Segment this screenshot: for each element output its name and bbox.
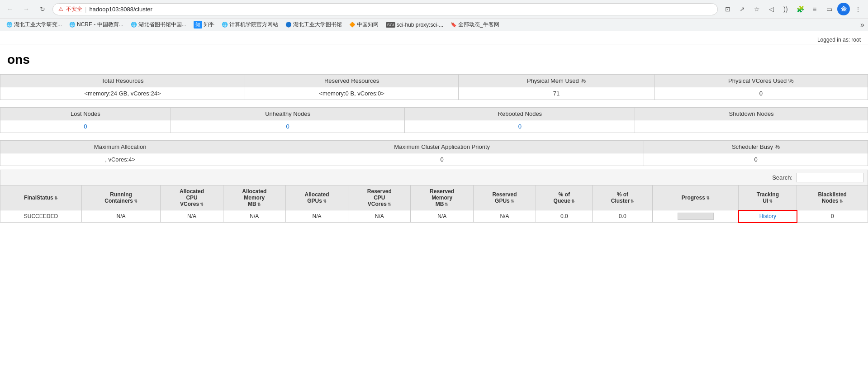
bookmark-1[interactable]: 🌐 湖北工业大学研究... (4, 20, 65, 29)
col-max-cluster-priority: Maximum Cluster Application Priority (240, 141, 644, 153)
th-blacklisted-nodes[interactable]: BlacklistedNodes⇅ (797, 185, 868, 210)
more-button[interactable]: ⋮ (852, 3, 864, 15)
translate-button[interactable]: ⊡ (721, 3, 734, 15)
th-allocated-cpu[interactable]: AllocatedCPUVCores⇅ (161, 185, 223, 210)
sort-arrow-12: ⇅ (769, 199, 773, 204)
sort-arrow-9: ⇅ (571, 199, 575, 204)
bookmark-6[interactable]: 🔵 湖北工业大学图书馆 (283, 20, 345, 29)
val-unhealthy-nodes[interactable]: 0 (171, 120, 405, 133)
bookmark-4-label: 知乎 (204, 21, 214, 29)
val-max-cluster-priority: 0 (240, 153, 644, 166)
bookmark-button[interactable]: ☆ (750, 3, 763, 15)
sort-arrow-13: ⇅ (840, 199, 843, 204)
sort-arrow-3: ⇅ (200, 202, 204, 207)
bookmark-1-label: 湖北工业大学研究... (14, 21, 62, 29)
th-allocated-gpus[interactable]: AllocatedGPUs⇅ (285, 185, 348, 210)
val-physical-mem: 71 (459, 87, 654, 100)
table-row: SUCCEEDED N/A N/A N/A N/A N/A N/A N/A 0.… (0, 210, 868, 223)
val-shutdown-nodes (635, 120, 868, 133)
bookmark-5-icon: 🌐 (222, 22, 228, 28)
reload-button[interactable]: ↻ (36, 3, 49, 15)
cluster-info-row1: Total Resources Reserved Resources Physi… (0, 74, 868, 100)
media-button[interactable]: )) (779, 3, 792, 15)
th-reserved-gpus[interactable]: ReservedGPUs⇅ (473, 185, 536, 210)
profile-button[interactable]: 金 (837, 3, 850, 15)
cell-allocated-gpus: N/A (285, 210, 348, 223)
bookmark-4[interactable]: 知 知乎 (191, 20, 217, 29)
cell-reserved-memory: N/A (411, 210, 473, 223)
col-unhealthy-nodes: Unhealthy Nodes (171, 108, 405, 120)
bookmark-2[interactable]: 🌐 NCRE - 中国教育... (66, 20, 126, 29)
bookmark-6-label: 湖北工业大学图书馆 (293, 21, 342, 29)
th-reserved-cpu[interactable]: ReservedCPUVCores⇅ (348, 185, 411, 210)
page-title: ons (0, 49, 868, 74)
extension-button[interactable]: 🧩 (794, 3, 806, 15)
cell-reserved-cpu: N/A (348, 210, 411, 223)
cell-progress (653, 210, 739, 223)
bookmarks-bar: 🌐 湖北工业大学研究... 🌐 NCRE - 中国教育... 🌐 湖北省图书馆中… (0, 18, 868, 31)
url-separator: | (85, 6, 86, 13)
cell-reserved-gpus: N/A (473, 210, 536, 223)
menu-button2[interactable]: ≡ (808, 3, 821, 15)
col-max-allocation: Maximum Allocation (0, 141, 240, 153)
bookmark-2-label: NCRE - 中国教育... (77, 21, 123, 29)
sort-arrow-11: ⇅ (706, 196, 710, 200)
val-lost-nodes[interactable]: 0 (0, 120, 171, 133)
sort-arrow-4: ⇅ (257, 202, 261, 207)
th-reserved-memory[interactable]: ReservedMemoryMB⇅ (411, 185, 473, 210)
browser-chrome: ← → ↻ ⚠ 不安全 | hadoop103:8088/cluster ⊡ ↗… (0, 0, 868, 31)
th-running-containers[interactable]: RunningContainers⇅ (81, 185, 161, 210)
th-allocated-memory[interactable]: AllocatedMemoryMB⇅ (223, 185, 285, 210)
bookmark-7[interactable]: 🔶 中国知网 (346, 20, 381, 29)
col-lost-nodes: Lost Nodes (0, 108, 171, 120)
sort-arrow-10: ⇅ (631, 199, 634, 204)
toolbar-right: ⊡ ↗ ☆ ◁ )) 🧩 ≡ ▭ 金 ⋮ (721, 3, 864, 15)
cluster-info-row3: Maximum Allocation Maximum Cluster Appli… (0, 140, 868, 166)
bookmark-8-label: sci-hub proxy:sci-... (397, 22, 443, 28)
col-scheduler-busy: Scheduler Busy % (644, 141, 868, 153)
bookmark-9[interactable]: 🔖 全部动态_牛客网 (448, 20, 502, 29)
bookmark-9-label: 全部动态_牛客网 (458, 21, 499, 29)
sort-arrow-8: ⇅ (511, 199, 514, 204)
unhealthy-nodes-link[interactable]: 0 (286, 123, 289, 130)
sort-arrow-1: ⇅ (54, 196, 58, 200)
window-button[interactable]: ▭ (823, 3, 835, 15)
bookmarks-more[interactable]: » (860, 21, 864, 29)
address-bar[interactable]: ⚠ 不安全 | hadoop103:8088/cluster (52, 3, 718, 15)
forward-button[interactable]: → (20, 3, 33, 15)
th-tracking-ui[interactable]: TrackingUI⇅ (739, 185, 797, 210)
sort-arrow-2: ⇅ (134, 199, 138, 204)
bookmark-3[interactable]: 🌐 湖北省图书馆中国... (128, 20, 189, 29)
bookmark-3-icon: 🌐 (131, 22, 137, 28)
search-input[interactable] (796, 173, 864, 182)
search-label: Search: (772, 174, 792, 181)
back-button[interactable]: ← (4, 3, 16, 15)
cast-button[interactable]: ◁ (765, 3, 778, 15)
val-reserved-resources: <memory:0 B, vCores:0> (245, 87, 458, 100)
val-scheduler-busy: 0 (644, 153, 868, 166)
bookmark-1-icon: 🌐 (6, 22, 13, 28)
val-total-resources: <memory:24 GB, vCores:24> (0, 87, 245, 100)
share-button[interactable]: ↗ (736, 3, 749, 15)
col-physical-vcores: Physical VCores Used % (654, 75, 868, 87)
th-final-status[interactable]: FinalStatus⇅ (0, 185, 82, 210)
apps-table: FinalStatus⇅ RunningContainers⇅ Allocate… (0, 185, 868, 223)
logged-in-text: Logged in as: root (817, 37, 861, 43)
th-progress[interactable]: Progress⇅ (653, 185, 739, 210)
security-warning: 不安全 (66, 5, 82, 13)
col-total-resources: Total Resources (0, 75, 245, 87)
col-physical-mem: Physical Mem Used % (459, 75, 654, 87)
th-pct-cluster[interactable]: % ofCluster⇅ (593, 185, 653, 210)
bookmark-5[interactable]: 🌐 计算机学院官方网站 (219, 20, 281, 29)
rebooted-nodes-link[interactable]: 0 (518, 123, 522, 130)
val-rebooted-nodes[interactable]: 0 (405, 120, 635, 133)
history-link[interactable]: History (759, 213, 776, 219)
cell-tracking-ui[interactable]: History (739, 210, 797, 223)
cell-pct-queue: 0.0 (536, 210, 593, 223)
warning-icon: ⚠ (58, 6, 63, 12)
lost-nodes-link[interactable]: 0 (84, 123, 87, 130)
bookmark-7-icon: 🔶 (349, 22, 356, 28)
cell-pct-cluster: 0.0 (593, 210, 653, 223)
th-pct-queue[interactable]: % ofQueue⇅ (536, 185, 593, 210)
bookmark-8[interactable]: SCI sci-hub proxy:sci-... (383, 21, 446, 29)
